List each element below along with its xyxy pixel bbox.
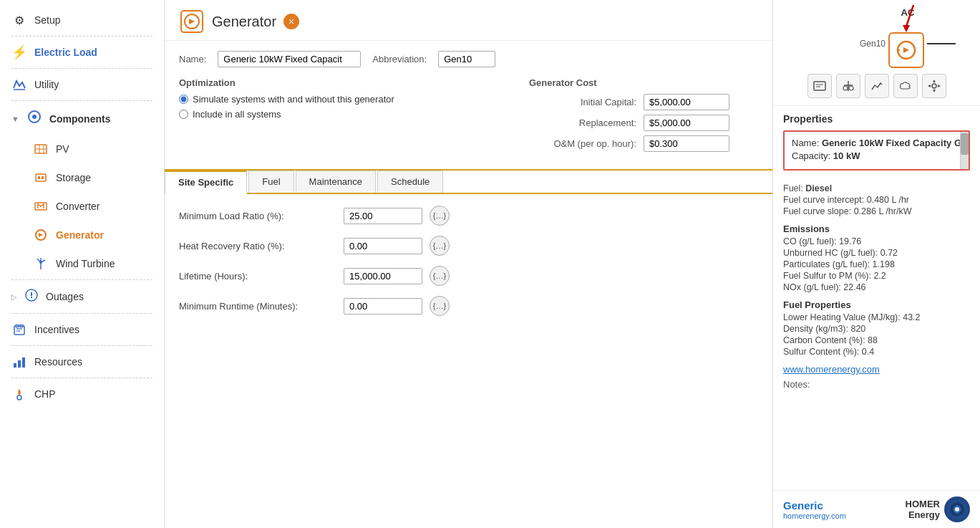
cost-title: Generator Cost bbox=[529, 77, 758, 88]
field-row-min-load: Minimum Load Ratio (%): {…} bbox=[179, 206, 758, 226]
sidebar-item-generator[interactable]: Generator bbox=[0, 221, 164, 249]
co-line: CO (g/L fuel): 19.76 bbox=[783, 236, 970, 246]
sidebar-label-setup: Setup bbox=[34, 14, 61, 26]
sidebar-item-outages[interactable]: ▷ Outages bbox=[0, 282, 164, 312]
gen-icon-box bbox=[888, 32, 924, 68]
link-line: www.homerenergy.com bbox=[783, 364, 970, 375]
particulates-line: Particulates (g/L fuel): 1.198 bbox=[783, 259, 970, 269]
sidebar-label-storage: Storage bbox=[56, 172, 91, 183]
heat-recovery-dist-btn[interactable]: {…} bbox=[430, 236, 450, 256]
lifetime-label: Lifetime (Hours): bbox=[179, 271, 336, 282]
fuel-slope-line: Fuel curve slope: 0.286 L /hr/kW bbox=[783, 206, 970, 216]
opt-label-1: Simulate systems with and without this g… bbox=[193, 94, 394, 105]
min-load-dist-btn[interactable]: {…} bbox=[430, 206, 450, 226]
electric-load-icon: ⚡ bbox=[11, 44, 27, 60]
homerenergy-link[interactable]: www.homerenergy.com bbox=[783, 364, 880, 375]
page-title: Generator bbox=[212, 14, 276, 30]
emissions-group: Emissions CO (g/L fuel): 19.76 Unburned … bbox=[783, 224, 970, 292]
sidebar-label-outages: Outages bbox=[46, 291, 84, 302]
cost-box: Generator Cost Initial Capital: Replacem… bbox=[529, 77, 758, 156]
close-button[interactable]: × bbox=[283, 14, 299, 29]
replacement-input[interactable] bbox=[644, 115, 729, 131]
sidebar-item-wind-turbine[interactable]: Wind Turbine bbox=[0, 249, 164, 278]
sidebar-item-resources[interactable]: Resources bbox=[0, 347, 164, 376]
svg-point-30 bbox=[17, 395, 21, 400]
homer-energy-brand: HOMER Energy bbox=[906, 496, 970, 522]
toolbar-costs-btn[interactable] bbox=[807, 74, 832, 98]
resources-icon bbox=[11, 354, 27, 370]
fuel-properties-title: Fuel Properties bbox=[783, 299, 970, 310]
utility-icon bbox=[11, 77, 27, 92]
properties-title: Properties bbox=[783, 113, 970, 125]
sidebar-item-pv[interactable]: PV bbox=[0, 135, 164, 163]
min-runtime-dist-btn[interactable]: {…} bbox=[430, 296, 450, 316]
tab-site-specific[interactable]: Site Specific bbox=[165, 171, 247, 194]
components-label: Components bbox=[49, 113, 111, 125]
svg-point-2 bbox=[32, 115, 37, 119]
abbreviation-input[interactable] bbox=[438, 51, 495, 67]
initial-capital-input[interactable] bbox=[644, 94, 729, 110]
min-runtime-input[interactable] bbox=[344, 298, 422, 315]
svg-rect-27 bbox=[14, 363, 16, 368]
tab-maintenance[interactable]: Maintenance bbox=[296, 171, 376, 193]
toolbar-settings-btn[interactable] bbox=[922, 74, 946, 98]
svg-point-46 bbox=[955, 507, 959, 512]
lifetime-dist-btn[interactable]: {…} bbox=[430, 266, 450, 286]
opt-radio-2: Include in all systems bbox=[179, 109, 515, 120]
sidebar-item-storage[interactable]: Storage bbox=[0, 163, 164, 192]
tab-schedule[interactable]: Schedule bbox=[377, 171, 443, 193]
sidebar-label-generator: Generator bbox=[56, 229, 104, 241]
fuel-label: Fuel: bbox=[783, 183, 803, 193]
svg-point-20 bbox=[31, 297, 32, 298]
toolbar-cloud-btn[interactable] bbox=[893, 74, 918, 98]
divider bbox=[11, 345, 152, 346]
toolbar-chart-btn[interactable] bbox=[865, 74, 889, 98]
opt-radio-simulate[interactable] bbox=[179, 95, 188, 104]
sidebar-item-setup[interactable]: ⚙ Setup bbox=[0, 6, 164, 34]
opt-radio-1: Simulate systems with and without this g… bbox=[179, 94, 515, 105]
opt-label-2: Include in all systems bbox=[193, 109, 281, 120]
divider bbox=[11, 68, 152, 69]
prop-name-label: Name: bbox=[792, 138, 819, 148]
toolbar-icons bbox=[807, 74, 946, 98]
prop-name-line: Name: Generic 10kW Fixed Capacity G bbox=[792, 138, 961, 148]
lifetime-input[interactable] bbox=[344, 268, 422, 284]
dist-icon-2: {…} bbox=[433, 241, 446, 250]
prop-capacity-label: Capacity: bbox=[792, 150, 830, 161]
sidebar-item-utility[interactable]: Utility bbox=[0, 70, 164, 99]
notes-line: Notes: bbox=[783, 379, 970, 390]
divider bbox=[11, 100, 152, 101]
sidebar-label-chp: CHP bbox=[34, 388, 56, 400]
heat-recovery-input[interactable] bbox=[344, 238, 422, 254]
cost-row-om: O&M (per op. hour): bbox=[529, 135, 758, 152]
opt-radio-include[interactable] bbox=[179, 110, 188, 119]
emissions-title: Emissions bbox=[783, 224, 970, 234]
sidebar-item-chp[interactable]: CHP bbox=[0, 380, 164, 408]
cost-row-replacement: Replacement: bbox=[529, 115, 758, 131]
sidebar-item-components[interactable]: ▼ Components bbox=[0, 102, 164, 135]
tab-fuel[interactable]: Fuel bbox=[248, 171, 293, 193]
hc-line: Unburned HC (g/L fuel): 0.72 bbox=[783, 248, 970, 258]
name-input[interactable] bbox=[218, 51, 361, 67]
toolbar-balance-btn[interactable] bbox=[836, 74, 860, 98]
scrollbar[interactable] bbox=[960, 132, 969, 169]
tabs-area: Site Specific Fuel Maintenance Schedule … bbox=[165, 169, 772, 337]
outages-icon bbox=[24, 288, 39, 305]
converter-icon bbox=[33, 198, 49, 214]
name-label: Name: bbox=[179, 54, 206, 64]
fuel-sulfur-line: Fuel Sulfur to PM (%): 2.2 bbox=[783, 271, 970, 281]
sidebar-item-electric-load[interactable]: ⚡ Electric Load bbox=[0, 38, 164, 67]
cost-row-initial: Initial Capital: bbox=[529, 94, 758, 110]
sidebar-item-incentives[interactable]: Incentives bbox=[0, 315, 164, 344]
svg-line-33 bbox=[906, 5, 913, 27]
diagram-area: AC Gen10 bbox=[773, 0, 980, 106]
om-input[interactable] bbox=[644, 135, 729, 152]
optimization-box: Optimization Simulate systems with and w… bbox=[179, 77, 515, 156]
sidebar-label-converter: Converter bbox=[56, 201, 100, 212]
sidebar-label-pv: PV bbox=[56, 143, 69, 155]
sidebar-item-converter[interactable]: Converter bbox=[0, 192, 164, 221]
two-col-section: Optimization Simulate systems with and w… bbox=[179, 77, 758, 156]
min-load-input[interactable] bbox=[344, 208, 422, 224]
min-load-label: Minimum Load Ratio (%): bbox=[179, 211, 336, 221]
sidebar-label-wind-turbine: Wind Turbine bbox=[56, 258, 115, 269]
